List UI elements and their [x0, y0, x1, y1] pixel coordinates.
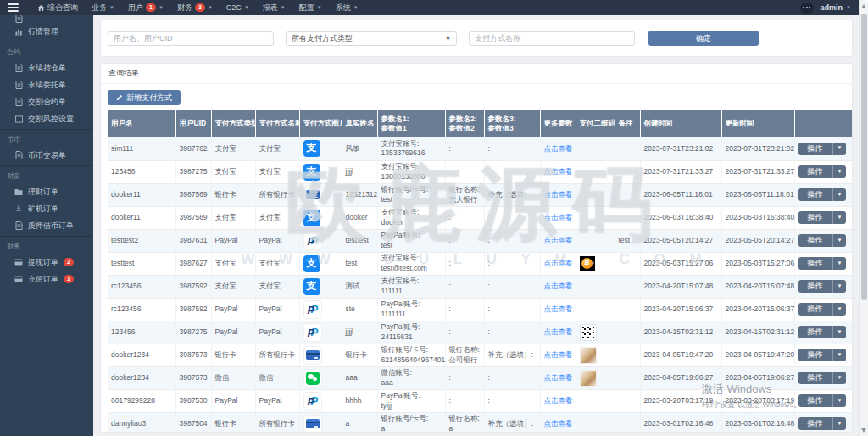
action-button[interactable]: 操作: [798, 165, 832, 178]
view-more-link[interactable]: 点击查看: [544, 190, 573, 198]
action-button[interactable]: 操作: [798, 303, 832, 316]
cell-username: testtest2: [108, 229, 175, 252]
submit-button[interactable]: 确定: [648, 31, 759, 46]
action-button[interactable]: 操作: [798, 188, 832, 201]
user-search-input[interactable]: [108, 31, 274, 46]
action-button[interactable]: 操作: [798, 280, 832, 293]
sidebar-item-withdraw-orders[interactable]: 提现订单2: [0, 254, 93, 271]
cell-uid: 3987762: [175, 137, 211, 160]
nav-item-users[interactable]: 用户1▼: [121, 0, 170, 15]
scroll-up-arrow[interactable]: [861, 4, 866, 8]
bitcoin-image[interactable]: B: [580, 256, 595, 271]
action-dropdown-toggle[interactable]: ▼: [832, 188, 847, 201]
view-more-link[interactable]: 点击查看: [544, 373, 573, 382]
sidebar-item-wealth-orders[interactable]: 理财订单: [0, 183, 93, 200]
sidebar-section-contract: 合约永续持仓单永续委托单交割合约单交割风控设置: [0, 42, 93, 129]
add-payment-button[interactable]: 新增支付方式: [108, 90, 181, 105]
column-header: 参数名1:参数值1: [377, 110, 445, 137]
sidebar-item-pledge-orders[interactable]: 质押借币订单: [0, 217, 93, 234]
sidebar-item-clipped[interactable]: [0, 15, 93, 23]
nav-item-c2c[interactable]: C2C▼: [220, 0, 256, 15]
action-button[interactable]: 操作: [798, 211, 832, 224]
view-more-link[interactable]: 点击查看: [544, 144, 573, 153]
action-button[interactable]: 操作: [798, 234, 832, 247]
action-button[interactable]: 操作: [798, 417, 832, 430]
nav-item-dashboard[interactable]: 综合查询: [31, 0, 85, 15]
action-dropdown-toggle[interactable]: ▼: [832, 372, 847, 384]
action-button[interactable]: 操作: [798, 143, 832, 155]
sidebar-item-label: 充值订单: [28, 274, 58, 285]
cell-actions: 操作▼: [794, 160, 853, 183]
cell-payment-name: PayPal: [255, 321, 299, 344]
cell-note: [615, 366, 640, 389]
sidebar-item-perpetual-positions[interactable]: 永续持仓单: [0, 59, 93, 76]
photo-image[interactable]: [580, 347, 597, 364]
action-dropdown-toggle[interactable]: ▼: [832, 143, 847, 155]
sidebar-item-market[interactable]: 行情管理: [0, 23, 93, 40]
param-label: :: [488, 167, 537, 176]
sidebar-item-delivery-risk[interactable]: 交割风控设置: [0, 110, 93, 127]
action-dropdown-toggle[interactable]: ▼: [832, 394, 847, 407]
action-dropdown-toggle[interactable]: ▼: [832, 417, 847, 430]
action-dropdown-toggle[interactable]: ▼: [832, 349, 847, 361]
nav-item-config[interactable]: 配置▼: [292, 0, 329, 15]
chevron-down-icon: ▼: [208, 5, 213, 10]
param-value: aaa: [381, 378, 442, 388]
view-more-link[interactable]: 点击查看: [544, 282, 573, 290]
photo-image[interactable]: [580, 370, 597, 387]
nav-item-system[interactable]: 系统▼: [329, 0, 365, 15]
view-more-link[interactable]: 点击查看: [544, 350, 573, 359]
qrcode-image[interactable]: [580, 324, 597, 341]
action-dropdown-toggle[interactable]: ▼: [832, 326, 847, 338]
view-more-link[interactable]: 点击查看: [544, 236, 573, 244]
action-dropdown-toggle[interactable]: ▼: [832, 211, 847, 224]
param-label: 补充（选填）:: [488, 190, 537, 199]
cell-param3: :: [484, 229, 540, 252]
sidebar-item-delivery-contracts[interactable]: 交割合约单: [0, 93, 93, 110]
view-more-link[interactable]: 点击查看: [544, 167, 573, 176]
cell-username: testtest: [108, 252, 175, 275]
action-button[interactable]: 操作: [798, 349, 832, 361]
user-menu[interactable]: admin ▼: [821, 3, 851, 12]
view-more-link[interactable]: 点击查看: [544, 396, 573, 405]
action-button[interactable]: 操作: [798, 372, 832, 384]
view-more-link[interactable]: 点击查看: [544, 305, 573, 313]
action-button[interactable]: 操作: [798, 326, 832, 338]
view-more-link[interactable]: 点击查看: [544, 259, 573, 267]
sidebar-item-spot-trades[interactable]: 币币交易单: [0, 147, 93, 164]
scrollbar-thumb[interactable]: [861, 14, 867, 300]
action-dropdown-toggle[interactable]: ▼: [832, 234, 847, 247]
sidebar-item-miner-orders[interactable]: ⚓矿机订单: [0, 200, 93, 217]
action-dropdown-toggle[interactable]: ▼: [832, 303, 847, 316]
file-icon: [14, 64, 23, 72]
action-dropdown-toggle[interactable]: ▼: [832, 165, 847, 178]
payment-name-input[interactable]: [469, 31, 635, 46]
view-more-link[interactable]: 点击查看: [544, 419, 573, 428]
hamburger-menu-icon[interactable]: [0, 0, 25, 15]
view-more-link[interactable]: 点击查看: [544, 327, 573, 336]
cell-payment-type: PayPal: [211, 389, 255, 412]
bank-logo-icon: [303, 186, 322, 204]
column-header: 真实姓名: [342, 110, 377, 137]
cell-more-params: 点击查看: [540, 275, 576, 298]
action-dropdown-toggle[interactable]: ▼: [832, 257, 847, 270]
nav-item-finance[interactable]: 财务3▼: [170, 0, 220, 15]
screenshot-image[interactable]: [580, 394, 595, 409]
action-dropdown-toggle[interactable]: ▼: [832, 280, 847, 293]
main-nav: 综合查询业务▼用户1▼财务3▼C2C▼报表▼配置▼系统▼: [31, 0, 365, 15]
payment-type-select[interactable]: 所有支付方式类型 ▼: [286, 31, 457, 46]
view-more-link[interactable]: 点击查看: [544, 213, 573, 221]
scroll-down-arrow[interactable]: [861, 428, 866, 433]
sidebar-item-perpetual-orders[interactable]: 永续委托单: [0, 76, 93, 93]
messages-icon[interactable]: [800, 3, 814, 14]
nav-item-business[interactable]: 业务▼: [85, 0, 121, 15]
action-button[interactable]: 操作: [798, 257, 832, 270]
notification-badge: 3: [195, 3, 205, 12]
cell-created-time: 2023-07-31T21:33:27: [640, 160, 721, 183]
cell-qr-code: [576, 229, 615, 252]
sidebar-item-deposit-orders[interactable]: 充值订单1: [0, 271, 93, 288]
param-label: PayPal账号:: [381, 391, 442, 400]
action-button[interactable]: 操作: [798, 394, 832, 407]
nav-item-reports[interactable]: 报表▼: [256, 0, 292, 15]
vertical-scrollbar[interactable]: [859, 0, 868, 436]
